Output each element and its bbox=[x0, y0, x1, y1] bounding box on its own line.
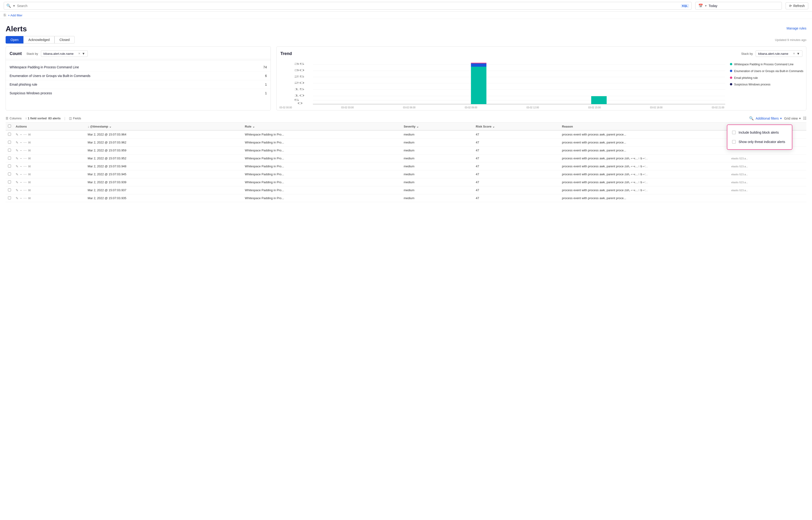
dots-icon-7[interactable]: ⋯ bbox=[23, 188, 27, 192]
edit-icon-7[interactable]: ✎ bbox=[16, 188, 19, 192]
edit-icon-0[interactable]: ✎ bbox=[16, 133, 19, 136]
th-select-all[interactable] bbox=[6, 123, 13, 130]
calendar-icon: 📅 bbox=[698, 3, 703, 8]
mail-icon-0[interactable]: ✉ bbox=[28, 133, 31, 136]
refresh-button[interactable]: ⟳ Refresh bbox=[786, 2, 808, 9]
dots-icon-4[interactable]: ⋯ bbox=[23, 164, 27, 168]
th-risk-score[interactable]: Risk Score ⌄ bbox=[473, 123, 560, 130]
row-actions-4: ✎ ⌢ ⋯ ✉ bbox=[13, 162, 85, 171]
dots-icon-5[interactable]: ⋯ bbox=[23, 173, 27, 176]
search-container[interactable]: 🔍 ▼ KQL bbox=[4, 2, 692, 9]
kql-badge[interactable]: KQL bbox=[681, 4, 689, 8]
share-icon-7[interactable]: ⌢ bbox=[20, 188, 22, 192]
th-severity[interactable]: Severity ⌄ bbox=[401, 123, 473, 130]
row-checkbox-cell-2[interactable] bbox=[6, 147, 13, 154]
count-row-0[interactable]: Whitespace Padding in Process Command Li… bbox=[6, 63, 271, 72]
tab-closed[interactable]: Closed bbox=[55, 36, 75, 44]
dots-icon-8[interactable]: ⋯ bbox=[23, 196, 27, 200]
mail-icon-6[interactable]: ✉ bbox=[28, 180, 31, 184]
dropdown-item-building-block[interactable]: Include building block alerts bbox=[727, 128, 792, 137]
mail-icon-5[interactable]: ✉ bbox=[28, 173, 31, 176]
share-icon-2[interactable]: ⌢ bbox=[20, 148, 22, 152]
columns-label: Columns bbox=[9, 116, 22, 120]
row-checkbox-6[interactable] bbox=[8, 180, 11, 183]
grid-view-button[interactable]: Grid view ▼ bbox=[784, 116, 801, 120]
mail-icon-7[interactable]: ✉ bbox=[28, 188, 31, 192]
row-checkbox-8[interactable] bbox=[8, 196, 11, 199]
dots-icon-2[interactable]: ⋯ bbox=[23, 149, 27, 152]
select-all-checkbox[interactable] bbox=[8, 125, 11, 128]
index-selector-icon: ▼ bbox=[12, 4, 16, 8]
mail-icon-2[interactable]: ✉ bbox=[28, 149, 31, 152]
share-icon-6[interactable]: ⌢ bbox=[20, 180, 22, 184]
search-input[interactable] bbox=[17, 4, 679, 8]
edit-icon-2[interactable]: ✎ bbox=[16, 149, 19, 152]
row-checkbox-1[interactable] bbox=[8, 141, 11, 144]
row-checkbox-cell-0[interactable] bbox=[6, 130, 13, 138]
edit-icon-1[interactable]: ✎ bbox=[16, 141, 19, 145]
dots-icon-3[interactable]: ⋯ bbox=[23, 157, 27, 160]
dropdown-item-threat-indicator[interactable]: Show only threat indicator alerts bbox=[727, 137, 792, 147]
svg-rect-16 bbox=[471, 67, 486, 104]
count-row-2[interactable]: Email phishing rule 1 bbox=[6, 80, 271, 89]
row-checkbox-0[interactable] bbox=[8, 133, 11, 136]
row-checkbox-4[interactable] bbox=[8, 164, 11, 167]
share-icon-8[interactable]: ⌢ bbox=[20, 196, 22, 200]
mail-icon-4[interactable]: ✉ bbox=[28, 164, 31, 168]
share-icon-0[interactable]: ⌢ bbox=[20, 132, 22, 136]
trend-clear-icon[interactable]: ✕ bbox=[793, 52, 795, 55]
row-checkbox-cell-1[interactable] bbox=[6, 138, 13, 147]
edit-icon-5[interactable]: ✎ bbox=[16, 173, 19, 176]
mail-icon-8[interactable]: ✉ bbox=[28, 196, 31, 200]
dots-icon-6[interactable]: ⋯ bbox=[23, 180, 27, 184]
dots-icon-0[interactable]: ⋯ bbox=[23, 133, 27, 136]
edit-icon-4[interactable]: ✎ bbox=[16, 164, 19, 168]
row-checkbox-cell-5[interactable] bbox=[6, 171, 13, 178]
row-checkbox-cell-3[interactable] bbox=[6, 154, 13, 162]
th-rule[interactable]: Rule ⌄ bbox=[243, 123, 401, 130]
th-timestamp[interactable]: ↓ @timestamp ⌄ bbox=[85, 123, 243, 130]
row-checkbox-cell-7[interactable] bbox=[6, 186, 13, 194]
row-checkbox-3[interactable] bbox=[8, 157, 11, 160]
row-checkbox-7[interactable] bbox=[8, 188, 11, 191]
building-block-checkbox[interactable] bbox=[732, 131, 736, 134]
mail-icon-3[interactable]: ✉ bbox=[28, 157, 31, 160]
date-picker[interactable]: 📅 ▼ Today bbox=[695, 2, 782, 9]
row-checkbox-cell-6[interactable] bbox=[6, 178, 13, 186]
count-row-3[interactable]: Suspicious Windows process 1 bbox=[6, 89, 271, 97]
edit-icon-8[interactable]: ✎ bbox=[16, 196, 19, 200]
row-checkbox-5[interactable] bbox=[8, 173, 11, 176]
manage-rules-link[interactable]: Manage rules bbox=[786, 25, 806, 30]
row-checkbox-cell-8[interactable] bbox=[6, 194, 13, 202]
edit-icon-3[interactable]: ✎ bbox=[16, 157, 19, 160]
additional-filters-label: Additional filters bbox=[756, 116, 779, 120]
tab-open[interactable]: Open bbox=[6, 36, 23, 44]
dots-icon-1[interactable]: ⋯ bbox=[23, 141, 27, 145]
tab-acknowledged[interactable]: Acknowledged bbox=[23, 36, 55, 44]
trend-panel-header: Trend Stack by kibana.alert.rule.name ✕ … bbox=[277, 47, 806, 59]
additional-filters-button[interactable]: Additional filters ▼ bbox=[756, 116, 782, 120]
settings-button[interactable]: ☷ bbox=[803, 116, 806, 121]
legend-text-2: Email phishing rule bbox=[734, 76, 758, 80]
share-icon-3[interactable]: ⌢ bbox=[20, 156, 22, 160]
th-reason[interactable]: Reason bbox=[560, 123, 729, 130]
clear-icon[interactable]: ✕ bbox=[78, 52, 80, 55]
share-icon-4[interactable]: ⌢ bbox=[20, 164, 22, 168]
row-checkbox-cell-4[interactable] bbox=[6, 162, 13, 171]
columns-button[interactable]: ☰ Columns bbox=[6, 116, 22, 120]
count-stack-by-select[interactable]: kibana.alert.rule.name ✕ ▼ bbox=[41, 50, 88, 57]
trend-chevron-icon: ▼ bbox=[796, 52, 800, 55]
row-checkbox-2[interactable] bbox=[8, 149, 11, 152]
share-icon-1[interactable]: ⌢ bbox=[20, 140, 22, 145]
mail-icon-1[interactable]: ✉ bbox=[28, 141, 31, 145]
count-row-1[interactable]: Enumeration of Users or Groups via Built… bbox=[6, 72, 271, 80]
share-icon-5[interactable]: ⌢ bbox=[20, 172, 22, 176]
row-timestamp-2: Mar 2, 2022 @ 15:07:03.959 bbox=[85, 147, 243, 154]
row-user-7: elastic-523.a... bbox=[729, 186, 806, 194]
edit-icon-6[interactable]: ✎ bbox=[16, 180, 19, 184]
trend-stack-by-select[interactable]: kibana.alert.rule.name ✕ ▼ bbox=[756, 50, 803, 57]
add-filter-button[interactable]: + Add filter bbox=[8, 14, 23, 17]
date-label: Today bbox=[709, 4, 779, 8]
fields-button[interactable]: ◫ Fields bbox=[69, 116, 81, 120]
threat-indicator-checkbox[interactable] bbox=[732, 140, 736, 144]
